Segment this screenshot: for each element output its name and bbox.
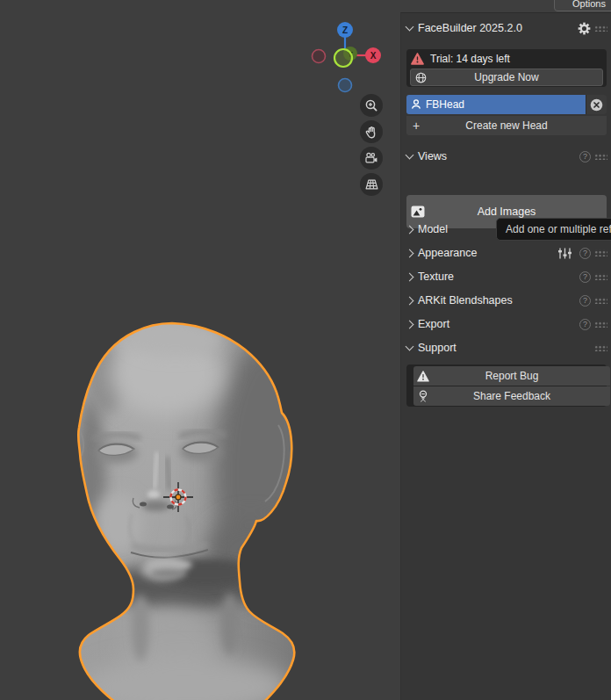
trial-box: Trial: 14 days left Upgrade Now bbox=[406, 49, 607, 87]
options-label: Options bbox=[572, 0, 606, 9]
support-section-header[interactable]: Support bbox=[406, 341, 607, 355]
close-circle-icon bbox=[590, 98, 603, 112]
grip-dots-icon[interactable] bbox=[594, 297, 607, 304]
grip-dots-icon[interactable] bbox=[594, 321, 607, 328]
report-bug-label: Report Bug bbox=[413, 370, 610, 382]
chevron-down-icon bbox=[406, 343, 414, 351]
pan-button[interactable] bbox=[360, 120, 383, 143]
chevron-right-icon bbox=[406, 320, 414, 328]
remove-head-button[interactable] bbox=[586, 95, 607, 114]
grip-dots-icon[interactable] bbox=[594, 25, 607, 32]
camera-view-button[interactable] bbox=[360, 147, 383, 170]
section-label: Model bbox=[418, 223, 448, 235]
question-circle-icon[interactable]: ? bbox=[579, 295, 591, 307]
facebuilder-sidebar: FaceBuilder 2025.2.0 bbox=[400, 12, 611, 700]
tooltip-text: Add one or multiple ref bbox=[506, 223, 611, 235]
grip-dots-icon[interactable] bbox=[594, 273, 607, 280]
gizmo-axis-z-neg[interactable] bbox=[339, 79, 352, 92]
chevron-down-icon bbox=[406, 23, 414, 32]
question-circle-icon[interactable]: ? bbox=[579, 271, 591, 283]
share-feedback-button[interactable]: Share Feedback bbox=[413, 386, 610, 406]
magnifier-plus-icon bbox=[364, 98, 378, 112]
trial-message: Trial: 14 days left bbox=[430, 53, 510, 65]
add-images-label: Add Images bbox=[406, 206, 607, 218]
lightbulb-icon bbox=[417, 390, 429, 402]
head-name-field[interactable]: FBHead bbox=[406, 95, 586, 114]
panel-title: FaceBuilder 2025.2.0 bbox=[418, 22, 522, 34]
create-new-head-label: Create new Head bbox=[406, 119, 607, 132]
gizmo-axis-z[interactable]: Z bbox=[337, 22, 353, 38]
hand-icon bbox=[365, 126, 378, 139]
chevron-right-icon bbox=[406, 249, 414, 257]
chevron-right-icon bbox=[406, 272, 414, 281]
svg-text:X: X bbox=[370, 51, 377, 61]
plus-icon: + bbox=[406, 119, 426, 133]
sliders-icon[interactable] bbox=[557, 248, 572, 259]
section-label: ARKit Blendshapes bbox=[418, 294, 513, 307]
chevron-down-icon bbox=[406, 151, 414, 160]
gizmo-axis-x[interactable]: X bbox=[365, 47, 381, 63]
gizmo-axis-y[interactable]: Y bbox=[334, 47, 357, 67]
section-export[interactable]: Export ? bbox=[406, 317, 607, 331]
section-label: Texture bbox=[418, 271, 454, 283]
section-appearance[interactable]: Appearance ? bbox=[406, 246, 607, 260]
facebuilder-panel-header[interactable]: FaceBuilder 2025.2.0 bbox=[406, 20, 607, 36]
grip-dots-icon[interactable] bbox=[594, 153, 607, 160]
section-label: Export bbox=[418, 318, 449, 330]
image-icon bbox=[411, 206, 425, 218]
warning-triangle-icon bbox=[417, 371, 429, 382]
views-label: Views bbox=[418, 150, 447, 162]
section-texture[interactable]: Texture ? bbox=[406, 270, 607, 284]
views-section-header[interactable]: Views ? bbox=[406, 149, 607, 163]
chevron-right-icon bbox=[406, 296, 414, 305]
share-feedback-label: Share Feedback bbox=[413, 390, 610, 402]
chevron-right-icon bbox=[406, 225, 414, 234]
question-circle-icon[interactable]: ? bbox=[579, 248, 591, 259]
gizmo-axis-x-neg[interactable] bbox=[313, 50, 326, 63]
section-arkit-blendshapes[interactable]: ARKit Blendshapes ? bbox=[406, 293, 607, 307]
report-bug-button[interactable]: Report Bug bbox=[413, 366, 610, 386]
head-selector-row: FBHead bbox=[406, 95, 607, 114]
camera-icon bbox=[364, 152, 378, 164]
create-new-head-button[interactable]: + Create new Head bbox=[406, 116, 607, 135]
zoom-button[interactable] bbox=[360, 94, 383, 117]
options-button[interactable]: Options bbox=[554, 0, 611, 11]
warning-triangle-icon bbox=[411, 53, 424, 65]
person-icon bbox=[410, 98, 422, 111]
grid-toggle-button[interactable] bbox=[360, 173, 383, 196]
question-circle-icon[interactable]: ? bbox=[579, 151, 591, 162]
section-label: Appearance bbox=[418, 247, 477, 259]
head-name-value: FBHead bbox=[426, 98, 464, 111]
upgrade-now-button[interactable]: Upgrade Now bbox=[410, 69, 603, 86]
grip-dots-icon[interactable] bbox=[594, 249, 607, 256]
tooltip: Add one or multiple ref bbox=[496, 218, 611, 241]
question-circle-icon[interactable]: ? bbox=[579, 319, 591, 330]
support-label: Support bbox=[418, 342, 456, 354]
head-model[interactable] bbox=[0, 0, 400, 700]
gear-icon[interactable] bbox=[578, 22, 591, 35]
grip-dots-icon[interactable] bbox=[594, 344, 607, 351]
blender-window: Z X Y bbox=[0, 0, 611, 700]
grid-icon bbox=[365, 179, 378, 190]
globe-icon bbox=[415, 72, 427, 83]
support-box: Report Bug Share Feedback bbox=[406, 364, 607, 407]
svg-text:Z: Z bbox=[342, 25, 348, 35]
view-gizmo[interactable]: Z X Y bbox=[298, 14, 386, 97]
upgrade-now-label: Upgrade Now bbox=[411, 71, 602, 83]
